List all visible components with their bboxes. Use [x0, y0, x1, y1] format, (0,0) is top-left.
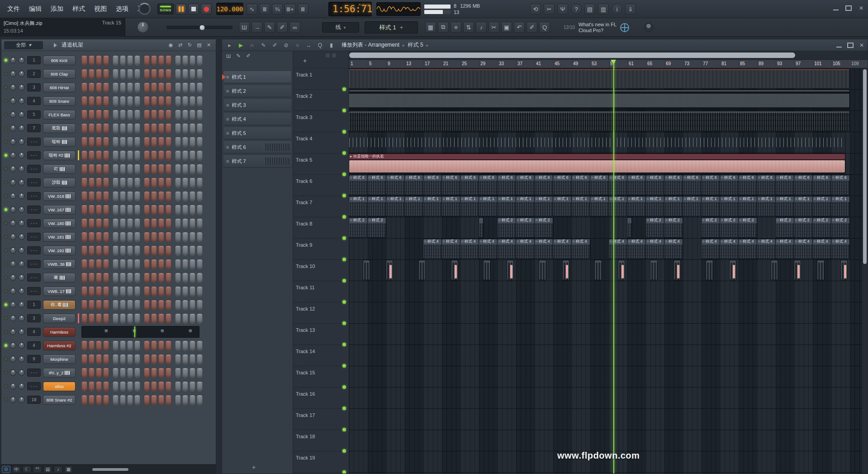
step-cell[interactable] [103, 368, 109, 378]
clip[interactable]: 样式 6 [776, 175, 794, 195]
step-cell[interactable] [166, 381, 171, 392]
track-lane[interactable]: 样式 4样式 4样式 4样式 4样式 4样式 4样式 4样式 4样式 4样式 4… [349, 239, 868, 260]
rack-swap-icon[interactable]: ⇄ [176, 41, 185, 49]
clip[interactable]: 样式 1 [423, 196, 441, 216]
clip[interactable]: 样式 4 [516, 239, 534, 259]
step-cell[interactable] [103, 313, 109, 324]
volume-knob[interactable] [19, 234, 25, 240]
step-cell[interactable] [113, 340, 119, 351]
save-icon[interactable]: ▤ [584, 4, 595, 14]
clip[interactable] [539, 260, 545, 280]
clip[interactable]: 你是我唯一的执着 [349, 154, 845, 173]
clip[interactable]: 样式 1 [831, 196, 849, 216]
step-cell[interactable] [166, 177, 171, 188]
clip[interactable]: 样式 2 [720, 218, 738, 237]
add-pattern-button[interactable]: + [400, 24, 403, 31]
channel-button[interactable]: IRI..y_2 [43, 368, 76, 378]
step-cell[interactable] [197, 300, 203, 310]
step-cell[interactable] [127, 205, 133, 215]
clip[interactable]: 样式 1 [386, 196, 404, 216]
step-cell[interactable] [127, 354, 133, 364]
step-cell[interactable] [96, 96, 102, 106]
degrees-icon[interactable]: °° [33, 466, 42, 473]
step-cell[interactable] [89, 259, 95, 269]
clip[interactable]: 样式 1 [609, 196, 627, 216]
track-lane[interactable] [349, 68, 868, 90]
step-cell[interactable] [151, 368, 157, 378]
channel-led[interactable] [4, 221, 8, 225]
step-cell[interactable] [120, 150, 126, 161]
track-led[interactable] [342, 343, 346, 346]
picker-grid-icon[interactable]: Ш [224, 52, 233, 60]
step-cell[interactable] [190, 164, 195, 174]
clip[interactable]: 样式 2 [739, 218, 757, 237]
clip[interactable]: 样式 1 [739, 196, 757, 216]
step-cell[interactable] [151, 395, 157, 405]
channel-button[interactable]: xiloo [43, 382, 76, 391]
clip[interactable]: 样式 4 [813, 239, 831, 259]
volume-knob[interactable] [19, 288, 25, 294]
step-cell[interactable] [182, 286, 188, 297]
step-cell[interactable] [144, 110, 150, 120]
clip[interactable]: 样式 4 [423, 239, 441, 259]
clip[interactable]: 样式 4 [572, 239, 590, 259]
step-cell[interactable] [103, 137, 109, 147]
zoom-state-icon[interactable]: ⊙ [2, 466, 10, 473]
clip[interactable]: 样式 4 [553, 239, 571, 259]
rack-hscrollbar[interactable] [92, 468, 128, 471]
pattern-item[interactable]: ≡样式 6 [223, 141, 291, 153]
step-cell[interactable] [89, 340, 95, 351]
time-display[interactable]: 1:56:71 M:S:CS [328, 2, 372, 16]
pan-knob[interactable] [10, 261, 16, 267]
clip[interactable] [451, 260, 458, 280]
step-cell[interactable] [81, 205, 87, 215]
step-cell[interactable] [197, 395, 203, 405]
step-cell[interactable] [197, 177, 203, 188]
step-cell[interactable] [134, 82, 140, 93]
pattern-item[interactable]: ≡样式 3 [223, 99, 291, 111]
pan-knob[interactable] [10, 356, 16, 362]
volume-knob[interactable] [19, 206, 25, 213]
pattern-selector[interactable]: 样式 1 + [365, 21, 418, 34]
clip[interactable]: 样式 6 [423, 175, 441, 195]
step-cell[interactable] [151, 286, 157, 297]
step-cell[interactable] [81, 55, 87, 66]
clip[interactable]: 样式 1 [590, 196, 608, 216]
step-cell[interactable] [89, 218, 95, 229]
clip[interactable]: 样式 2 [664, 218, 683, 237]
step-cell[interactable] [134, 286, 140, 297]
playlist-minimize-button[interactable] [836, 43, 842, 48]
track-header[interactable]: Track 17 [293, 409, 349, 430]
clip[interactable]: 样式 2 [813, 218, 831, 237]
step-cell[interactable] [96, 177, 102, 188]
step-cell[interactable] [190, 300, 195, 310]
step-cell[interactable] [96, 354, 102, 364]
channel-button[interactable]: Deep2 [43, 314, 76, 323]
track-lane[interactable] [349, 111, 868, 132]
step-cell[interactable] [81, 273, 87, 283]
track-header[interactable]: Track 15 [293, 366, 349, 388]
channel-target-box[interactable]: 4 [27, 97, 41, 105]
track-header[interactable]: Track 2 [293, 90, 349, 111]
track-header[interactable]: Track 4 [293, 132, 349, 153]
step-cell[interactable] [190, 273, 195, 283]
pan-knob[interactable] [10, 342, 16, 349]
track-lane[interactable]: 你是我唯一的执着 [349, 153, 868, 175]
step-cell[interactable] [182, 82, 188, 93]
step-cell[interactable] [144, 69, 150, 79]
resync-icon[interactable]: ⟲ [530, 4, 541, 14]
step-cell[interactable] [182, 137, 188, 147]
export-icon[interactable]: ▥ [598, 4, 609, 14]
step-cell[interactable] [127, 96, 133, 106]
step-cell[interactable] [103, 381, 109, 392]
play-button[interactable] [175, 4, 186, 14]
step-cell[interactable] [182, 150, 188, 161]
step-cell[interactable] [134, 395, 140, 405]
step-cell[interactable] [182, 177, 188, 188]
step-cell[interactable] [175, 218, 181, 229]
step-cell[interactable] [151, 150, 157, 161]
track-header[interactable]: Track 6 [293, 175, 349, 196]
channel-button[interactable]: VW..192 [43, 246, 76, 255]
step-cell[interactable] [182, 123, 188, 134]
step-cell[interactable] [89, 82, 95, 93]
